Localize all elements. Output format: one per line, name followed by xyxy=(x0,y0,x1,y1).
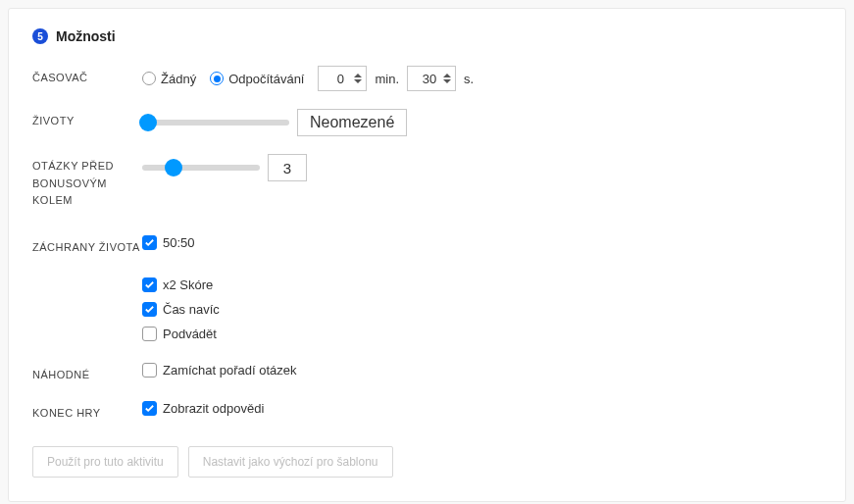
slider-track xyxy=(142,120,289,126)
apply-button[interactable]: Použít pro tuto aktivitu xyxy=(32,446,178,478)
step-badge: 5 xyxy=(32,28,48,44)
label-bonus: OTÁZKY PŘED BONUSOVÝM KOLEM xyxy=(32,154,142,210)
chevron-up-icon xyxy=(443,74,451,77)
chevron-up-icon xyxy=(354,74,362,77)
minutes-unit: min. xyxy=(375,72,399,86)
checkbox-icon xyxy=(142,401,157,416)
radio-icon xyxy=(210,72,224,85)
row-bonus: OTÁZKY PŘED BONUSOVÝM KOLEM 3 xyxy=(32,154,822,210)
timer-radio-group: Žádný Odpočítávání xyxy=(142,72,304,86)
shuffle-label: Zamíchat pořadí otázek xyxy=(163,363,297,378)
timer-none-radio[interactable]: Žádný xyxy=(142,72,196,86)
lifeline-label: Čas navíc xyxy=(163,302,220,317)
row-lives: ŽIVOTY Neomezené xyxy=(32,109,822,136)
lifelines-list: 50:50x2 SkóreČas navícPodvádět xyxy=(142,235,220,341)
gameover-controls: Zobrazit odpovědi xyxy=(142,401,264,416)
lives-slider[interactable] xyxy=(142,114,289,131)
row-gameover: KONEC HRY Zobrazit odpovědi xyxy=(32,401,822,423)
chevron-down-icon xyxy=(354,79,362,83)
row-lifelines: ZÁCHRANY ŽIVOTA 50:50x2 SkóreČas navícPo… xyxy=(32,235,822,341)
bonus-slider[interactable] xyxy=(142,159,260,176)
checkbox-icon xyxy=(142,302,157,317)
seconds-value: 30 xyxy=(416,72,443,86)
checkbox-icon xyxy=(142,327,157,341)
checkbox-icon xyxy=(142,363,157,378)
row-timer: ČASOVAČ Žádný Odpočítávání 0 min. xyxy=(32,66,822,91)
lifeline-extratime-checkbox[interactable]: Čas navíc xyxy=(142,302,220,317)
section-header: 5 Možnosti xyxy=(32,28,822,44)
label-timer: ČASOVAČ xyxy=(32,66,142,87)
show-answers-label: Zobrazit odpovědi xyxy=(163,401,264,416)
options-panel: 5 Možnosti ČASOVAČ Žádný Odpočítávání 0 xyxy=(8,8,846,502)
label-lifelines: ZÁCHRANY ŽIVOTA xyxy=(32,235,142,257)
label-gameover: KONEC HRY xyxy=(32,401,142,423)
bonus-value-box: 3 xyxy=(268,154,307,181)
set-default-button[interactable]: Nastavit jako výchozí pro šablonu xyxy=(188,446,393,478)
lifelines-sublist: x2 SkóreČas navícPodvádět xyxy=(142,277,220,341)
lives-controls: Neomezené xyxy=(142,109,407,136)
show-answers-checkbox[interactable]: Zobrazit odpovědi xyxy=(142,401,264,416)
lifeline-x2-checkbox[interactable]: x2 Skóre xyxy=(142,277,213,292)
lifeline-label: x2 Skóre xyxy=(163,277,213,292)
shuffle-checkbox[interactable]: Zamíchat pořadí otázek xyxy=(142,363,297,378)
timer-countdown-radio[interactable]: Odpočítávání xyxy=(210,72,304,86)
random-controls: Zamíchat pořadí otázek xyxy=(142,363,297,378)
slider-thumb[interactable] xyxy=(139,114,157,131)
label-random: NÁHODNÉ xyxy=(32,363,142,384)
bonus-controls: 3 xyxy=(142,154,307,181)
section-title: Možnosti xyxy=(56,28,116,44)
button-row: Použít pro tuto aktivitu Nastavit jako v… xyxy=(32,446,822,478)
lifeline-label: 50:50 xyxy=(163,235,195,250)
checkbox-icon xyxy=(142,235,157,250)
minutes-input[interactable]: 0 xyxy=(318,66,367,91)
radio-icon xyxy=(142,72,156,85)
seconds-unit: s. xyxy=(464,72,474,86)
minutes-value: 0 xyxy=(327,72,354,86)
row-random: NÁHODNÉ Zamíchat pořadí otázek xyxy=(32,363,822,384)
lifeline-fifty-checkbox[interactable]: 50:50 xyxy=(142,235,195,250)
lifeline-cheat-checkbox[interactable]: Podvádět xyxy=(142,327,217,341)
minutes-spinners[interactable] xyxy=(354,73,364,84)
slider-thumb[interactable] xyxy=(165,159,182,176)
label-lives: ŽIVOTY xyxy=(32,109,142,130)
timer-countdown-label: Odpočítávání xyxy=(228,72,304,86)
lives-value-box: Neomezené xyxy=(297,109,407,136)
seconds-input[interactable]: 30 xyxy=(407,66,456,91)
slider-track xyxy=(142,165,260,171)
timer-controls: Žádný Odpočítávání 0 min. 30 xyxy=(142,66,474,91)
checkbox-icon xyxy=(142,277,157,292)
chevron-down-icon xyxy=(443,79,451,83)
timer-none-label: Žádný xyxy=(161,72,196,86)
seconds-spinners[interactable] xyxy=(443,73,453,84)
lifeline-label: Podvádět xyxy=(163,327,217,341)
